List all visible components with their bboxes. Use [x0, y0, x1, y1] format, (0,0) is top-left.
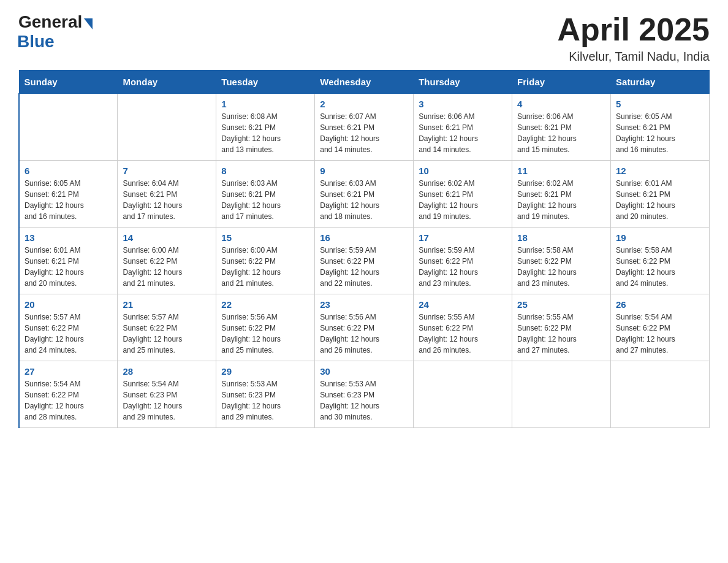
day-info: Sunrise: 6:03 AMSunset: 6:21 PMDaylight:…: [320, 178, 408, 222]
day-info: Sunrise: 6:01 AMSunset: 6:21 PMDaylight:…: [616, 178, 704, 222]
calendar-cell: 3Sunrise: 6:06 AMSunset: 6:21 PMDaylight…: [414, 94, 512, 161]
calendar-day-header: Thursday: [414, 71, 512, 94]
calendar-cell: 7Sunrise: 6:04 AMSunset: 6:21 PMDaylight…: [118, 161, 216, 228]
calendar-cell: [512, 361, 611, 428]
calendar-cell: [118, 94, 216, 161]
day-number: 8: [221, 166, 309, 176]
logo: General Blue: [18, 12, 93, 52]
calendar-header-row: SundayMondayTuesdayWednesdayThursdayFrid…: [19, 71, 710, 94]
day-info: Sunrise: 5:58 AMSunset: 6:22 PMDaylight:…: [517, 245, 605, 289]
calendar-cell: 8Sunrise: 6:03 AMSunset: 6:21 PMDaylight…: [216, 161, 315, 228]
day-info: Sunrise: 5:54 AMSunset: 6:22 PMDaylight:…: [616, 312, 704, 356]
calendar-cell: 10Sunrise: 6:02 AMSunset: 6:21 PMDayligh…: [414, 161, 512, 228]
day-number: 13: [25, 232, 112, 243]
day-number: 14: [123, 232, 211, 243]
day-info: Sunrise: 6:02 AMSunset: 6:21 PMDaylight:…: [517, 178, 605, 222]
day-info: Sunrise: 6:04 AMSunset: 6:21 PMDaylight:…: [123, 178, 211, 222]
day-info: Sunrise: 6:03 AMSunset: 6:21 PMDaylight:…: [221, 178, 309, 222]
calendar-week-row: 27Sunrise: 5:54 AMSunset: 6:22 PMDayligh…: [19, 361, 710, 428]
day-info: Sunrise: 5:56 AMSunset: 6:22 PMDaylight:…: [221, 312, 309, 356]
calendar-day-header: Saturday: [611, 71, 710, 94]
day-number: 3: [419, 99, 507, 109]
calendar-cell: 4Sunrise: 6:06 AMSunset: 6:21 PMDaylight…: [512, 94, 611, 161]
calendar-cell: 2Sunrise: 6:07 AMSunset: 6:21 PMDaylight…: [315, 94, 414, 161]
calendar-week-row: 6Sunrise: 6:05 AMSunset: 6:21 PMDaylight…: [19, 161, 710, 228]
day-number: 11: [517, 166, 605, 176]
day-number: 24: [419, 299, 507, 310]
main-title: April 2025: [557, 12, 710, 47]
day-number: 20: [25, 299, 112, 310]
day-info: Sunrise: 6:01 AMSunset: 6:21 PMDaylight:…: [25, 245, 112, 289]
logo-blue-text: Blue: [17, 32, 55, 52]
calendar-cell: 19Sunrise: 5:58 AMSunset: 6:22 PMDayligh…: [611, 228, 710, 294]
calendar-day-header: Wednesday: [315, 71, 414, 94]
day-info: Sunrise: 6:00 AMSunset: 6:22 PMDaylight:…: [221, 245, 309, 289]
page-header: General Blue April 2025 Kilvelur, Tamil …: [18, 12, 710, 64]
calendar-cell: 5Sunrise: 6:05 AMSunset: 6:21 PMDaylight…: [611, 94, 710, 161]
day-info: Sunrise: 5:57 AMSunset: 6:22 PMDaylight:…: [25, 312, 112, 356]
day-number: 28: [123, 366, 211, 377]
day-number: 16: [320, 232, 408, 243]
day-info: Sunrise: 6:02 AMSunset: 6:21 PMDaylight:…: [419, 178, 507, 222]
day-info: Sunrise: 5:55 AMSunset: 6:22 PMDaylight:…: [419, 312, 507, 356]
day-number: 5: [616, 99, 704, 109]
day-number: 7: [123, 166, 211, 176]
day-number: 27: [25, 366, 112, 377]
day-number: 12: [616, 166, 704, 176]
calendar-cell: 30Sunrise: 5:53 AMSunset: 6:23 PMDayligh…: [315, 361, 414, 428]
calendar-week-row: 1Sunrise: 6:08 AMSunset: 6:21 PMDaylight…: [19, 94, 710, 161]
day-number: 19: [616, 232, 704, 243]
day-number: 22: [221, 299, 309, 310]
calendar-cell: 15Sunrise: 6:00 AMSunset: 6:22 PMDayligh…: [216, 228, 315, 294]
calendar-cell: 18Sunrise: 5:58 AMSunset: 6:22 PMDayligh…: [512, 228, 611, 294]
day-info: Sunrise: 5:54 AMSunset: 6:23 PMDaylight:…: [123, 378, 211, 423]
calendar-cell: 27Sunrise: 5:54 AMSunset: 6:22 PMDayligh…: [19, 361, 118, 428]
day-number: 2: [320, 99, 408, 109]
day-number: 6: [25, 166, 112, 176]
day-number: 17: [419, 232, 507, 243]
calendar-cell: 14Sunrise: 6:00 AMSunset: 6:22 PMDayligh…: [118, 228, 216, 294]
day-number: 26: [616, 299, 704, 310]
calendar-cell: 17Sunrise: 5:59 AMSunset: 6:22 PMDayligh…: [414, 228, 512, 294]
day-number: 29: [221, 366, 309, 377]
day-number: 4: [517, 99, 605, 109]
calendar-day-header: Friday: [512, 71, 611, 94]
day-info: Sunrise: 5:53 AMSunset: 6:23 PMDaylight:…: [221, 378, 309, 423]
day-number: 9: [320, 166, 408, 176]
calendar-cell: 6Sunrise: 6:05 AMSunset: 6:21 PMDaylight…: [19, 161, 118, 228]
day-number: 18: [517, 232, 605, 243]
calendar-cell: 29Sunrise: 5:53 AMSunset: 6:23 PMDayligh…: [216, 361, 315, 428]
calendar-cell: 11Sunrise: 6:02 AMSunset: 6:21 PMDayligh…: [512, 161, 611, 228]
day-info: Sunrise: 5:59 AMSunset: 6:22 PMDaylight:…: [320, 245, 408, 289]
calendar-cell: 1Sunrise: 6:08 AMSunset: 6:21 PMDaylight…: [216, 94, 315, 161]
calendar-day-header: Tuesday: [216, 71, 315, 94]
calendar-cell: 26Sunrise: 5:54 AMSunset: 6:22 PMDayligh…: [611, 294, 710, 361]
day-info: Sunrise: 6:06 AMSunset: 6:21 PMDaylight:…: [419, 111, 507, 155]
day-info: Sunrise: 6:05 AMSunset: 6:21 PMDaylight:…: [616, 111, 704, 155]
day-number: 23: [320, 299, 408, 310]
day-number: 21: [123, 299, 211, 310]
day-number: 30: [320, 366, 408, 377]
day-number: 25: [517, 299, 605, 310]
calendar-cell: 22Sunrise: 5:56 AMSunset: 6:22 PMDayligh…: [216, 294, 315, 361]
calendar-cell: 21Sunrise: 5:57 AMSunset: 6:22 PMDayligh…: [118, 294, 216, 361]
day-info: Sunrise: 6:05 AMSunset: 6:21 PMDaylight:…: [25, 178, 112, 222]
subtitle: Kilvelur, Tamil Nadu, India: [557, 50, 710, 64]
day-info: Sunrise: 5:59 AMSunset: 6:22 PMDaylight:…: [419, 245, 507, 289]
day-info: Sunrise: 6:00 AMSunset: 6:22 PMDaylight:…: [123, 245, 211, 289]
calendar-day-header: Monday: [118, 71, 216, 94]
day-number: 1: [221, 99, 309, 109]
title-section: April 2025 Kilvelur, Tamil Nadu, India: [557, 12, 710, 64]
day-info: Sunrise: 5:53 AMSunset: 6:23 PMDaylight:…: [320, 378, 408, 423]
calendar-cell: 13Sunrise: 6:01 AMSunset: 6:21 PMDayligh…: [19, 228, 118, 294]
calendar-week-row: 20Sunrise: 5:57 AMSunset: 6:22 PMDayligh…: [19, 294, 710, 361]
logo-arrow-icon: [84, 18, 93, 29]
calendar-week-row: 13Sunrise: 6:01 AMSunset: 6:21 PMDayligh…: [19, 228, 710, 294]
calendar-cell: [414, 361, 512, 428]
day-info: Sunrise: 5:54 AMSunset: 6:22 PMDaylight:…: [25, 378, 112, 423]
calendar-cell: 20Sunrise: 5:57 AMSunset: 6:22 PMDayligh…: [19, 294, 118, 361]
calendar-cell: 12Sunrise: 6:01 AMSunset: 6:21 PMDayligh…: [611, 161, 710, 228]
day-info: Sunrise: 6:08 AMSunset: 6:21 PMDaylight:…: [221, 111, 309, 155]
day-info: Sunrise: 5:55 AMSunset: 6:22 PMDaylight:…: [517, 312, 605, 356]
calendar-cell: [611, 361, 710, 428]
